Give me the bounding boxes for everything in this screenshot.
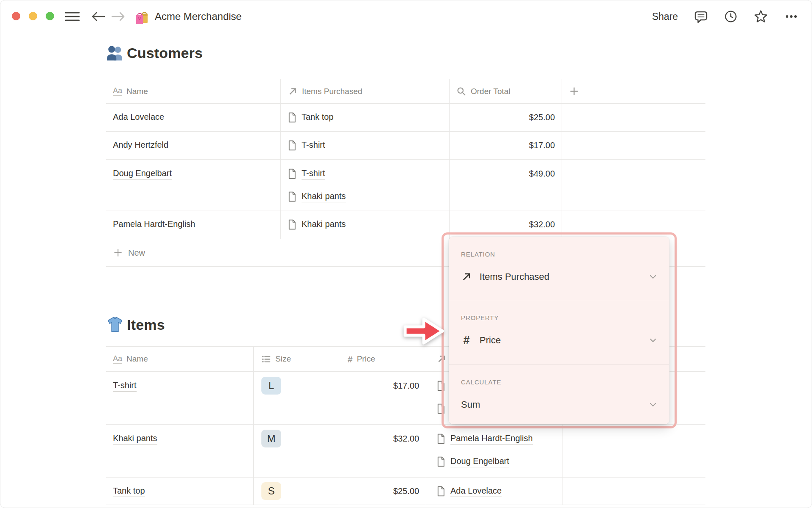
- column-header-items-purchased[interactable]: Items Purchased: [281, 79, 450, 103]
- property-select[interactable]: # Price: [461, 329, 658, 352]
- history-clock-icon[interactable]: [724, 10, 738, 23]
- size-cell[interactable]: M: [254, 425, 339, 477]
- page-title[interactable]: Acme Merchandise: [155, 0, 241, 33]
- customer-name-cell[interactable]: Ada Lovelace: [106, 104, 281, 131]
- calculate-select[interactable]: Sum: [461, 393, 658, 417]
- table-row: Ada Lovelace Tank top $25.00: [106, 104, 705, 132]
- customers-relation-cell[interactable]: Ada Lovelace: [426, 478, 562, 505]
- annotation-arrow-icon: [402, 312, 446, 350]
- minimize-window-button[interactable]: [29, 12, 37, 20]
- rollup-config-popup: RELATION Items Purchased PROPERTY # Pric…: [449, 237, 669, 424]
- share-button[interactable]: Share: [652, 11, 678, 22]
- order-total-cell[interactable]: $49.00: [450, 160, 562, 210]
- size-cell[interactable]: L: [254, 372, 339, 424]
- add-column-button[interactable]: [562, 79, 705, 103]
- relation-select[interactable]: Items Purchased: [461, 265, 658, 289]
- list-icon: [261, 354, 271, 364]
- rollup-magnifier-icon: [456, 86, 466, 97]
- items-purchased-cell[interactable]: Tank top: [281, 104, 450, 131]
- comments-icon[interactable]: [694, 10, 708, 23]
- size-badge: S: [261, 482, 281, 500]
- relation-section-label: RELATION: [461, 251, 658, 258]
- order-total-cell[interactable]: $25.00: [450, 104, 562, 131]
- page-icon: [288, 168, 296, 179]
- back-arrow-icon[interactable]: [91, 11, 106, 22]
- property-section-label: PROPERTY: [461, 314, 658, 322]
- page-icon: [436, 456, 445, 467]
- page-icon: [436, 486, 445, 497]
- more-options-icon[interactable]: [784, 10, 798, 23]
- calculate-section-label: CALCULATE: [461, 378, 658, 386]
- plus-icon: [113, 248, 123, 258]
- empty-cell[interactable]: [562, 160, 705, 210]
- items-heading-text: Items: [127, 317, 165, 333]
- empty-cell[interactable]: [562, 132, 705, 159]
- sidebar-menu-icon[interactable]: [64, 11, 80, 22]
- page-icon: [288, 219, 296, 230]
- items-purchased-cell[interactable]: T-shirt Khaki pants: [281, 160, 450, 210]
- chevron-down-icon: [648, 335, 658, 345]
- busts-in-silhouette-emoji: [106, 44, 124, 62]
- zoom-window-button[interactable]: [46, 12, 54, 20]
- items-purchased-cell[interactable]: T-shirt: [281, 132, 450, 159]
- order-total-cell[interactable]: $17.00: [450, 132, 562, 159]
- price-cell[interactable]: $17.00: [339, 372, 426, 424]
- table-row: Andy Hertzfeld T-shirt $17.00: [106, 132, 705, 160]
- table-row: Khaki pants M $32.00 Pamela Hardt-Englis…: [106, 425, 705, 478]
- column-header-name[interactable]: Aa Name: [106, 347, 254, 371]
- column-header-price[interactable]: # Price: [339, 347, 426, 371]
- page-icon: [288, 191, 296, 202]
- customers-heading-text: Customers: [127, 45, 203, 61]
- text-type-icon: Aa: [113, 87, 122, 96]
- size-badge: L: [261, 377, 281, 395]
- price-cell[interactable]: $25.00: [339, 478, 426, 505]
- text-type-icon: Aa: [113, 355, 122, 364]
- forward-arrow-icon[interactable]: [111, 11, 126, 22]
- items-purchased-cell[interactable]: Khaki pants: [281, 210, 450, 239]
- favorite-star-icon[interactable]: [754, 10, 768, 23]
- size-cell[interactable]: S: [254, 478, 339, 505]
- customers-relation-cell[interactable]: Pamela Hardt-English Doug Engelbart: [426, 425, 562, 477]
- table-row: Doug Engelbart T-shirt Khaki pants $49.0…: [106, 160, 705, 210]
- price-cell[interactable]: $32.00: [339, 425, 426, 477]
- chevron-down-icon: [648, 272, 658, 282]
- column-header-size[interactable]: Size: [254, 347, 339, 371]
- items-section-heading: Items: [106, 313, 165, 336]
- titlebar: Acme Merchandise Share: [0, 0, 812, 33]
- empty-cell[interactable]: [562, 104, 705, 131]
- customers-section-heading: Customers: [106, 41, 203, 64]
- relation-arrow-icon: [461, 271, 472, 282]
- column-header-order-total[interactable]: Order Total: [450, 79, 562, 103]
- customer-name-cell[interactable]: Pamela Hardt-English: [106, 210, 281, 239]
- tshirt-emoji: [106, 316, 124, 334]
- chevron-down-icon: [648, 400, 658, 410]
- plus-icon: [569, 86, 579, 97]
- hash-icon: #: [348, 355, 353, 364]
- item-name-cell[interactable]: Khaki pants: [106, 425, 254, 477]
- customers-header-row: Aa Name Items Purchased Order Total: [106, 79, 705, 104]
- page-icon: [288, 140, 296, 151]
- hash-icon: #: [461, 335, 472, 346]
- customer-name-cell[interactable]: Doug Engelbart: [106, 160, 281, 210]
- customer-name-cell[interactable]: Andy Hertzfeld: [106, 132, 281, 159]
- empty-cell: [562, 478, 705, 505]
- page-icon: [288, 112, 296, 123]
- column-header-name[interactable]: Aa Name: [106, 79, 281, 103]
- empty-cell: [562, 425, 705, 477]
- item-name-cell[interactable]: Tank top: [106, 478, 254, 505]
- table-row: Tank top S $25.00 Ada Lovelace: [106, 478, 705, 505]
- page-icon: [436, 433, 445, 444]
- close-window-button[interactable]: [12, 12, 20, 20]
- app-window: Acme Merchandise Share: [0, 0, 812, 508]
- relation-arrow-icon: [288, 86, 298, 97]
- shopping-bags-emoji: [134, 9, 150, 25]
- size-badge: M: [261, 430, 281, 447]
- item-name-cell[interactable]: T-shirt: [106, 372, 254, 424]
